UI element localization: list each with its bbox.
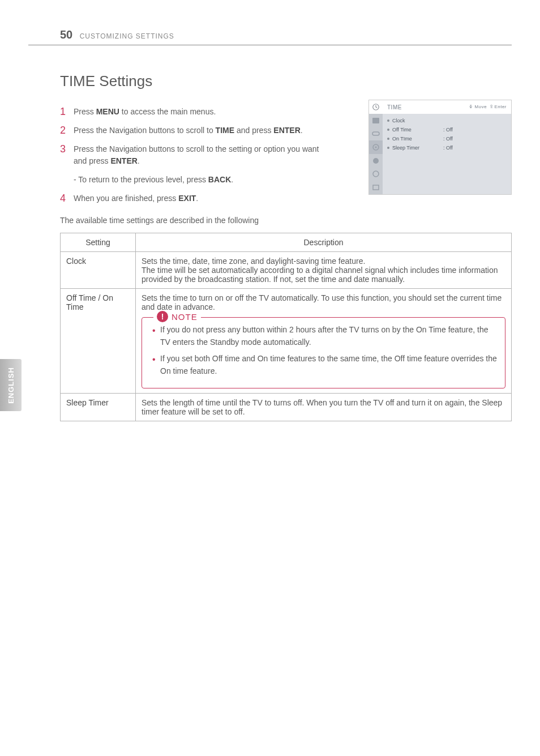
osd-title: TIME <box>387 104 466 110</box>
setting-sleep-name: Sleep Timer <box>61 393 136 421</box>
svg-point-5 <box>373 158 379 164</box>
step-3: 3 Press the Navigation buttons to scroll… <box>60 143 332 167</box>
option-icon <box>369 140 383 154</box>
osd-sidebar <box>369 100 383 194</box>
step-number: 1 <box>60 106 74 118</box>
note-box: ! NOTE If you do not press any button wi… <box>142 317 505 388</box>
setting-offon-name: Off Time / On Time <box>61 289 136 394</box>
step-2: 2 Press the Navigation buttons to scroll… <box>60 125 332 136</box>
step-text: Press the Navigation buttons to scroll t… <box>74 143 332 167</box>
table-row: Clock Sets the time, date, time zone, an… <box>61 252 512 289</box>
header-section: CUSTOMIZING SETTINGS <box>80 32 174 40</box>
note-item: If you set both Off time and On time fea… <box>152 352 497 378</box>
note-word: NOTE <box>172 312 198 322</box>
svg-point-4 <box>375 147 377 148</box>
osd-body: Clock Off Time: Off On TIme: Off Sleep T… <box>383 114 511 194</box>
setting-sleep-desc: Sets the length of time until the TV to … <box>136 393 512 421</box>
enter-hint: ꕉ Enter <box>490 104 507 110</box>
page-title: TIME Settings <box>60 72 512 90</box>
language-tab-label: ENGLISH <box>7 367 15 404</box>
svg-rect-1 <box>372 118 379 123</box>
note-label: ! NOTE <box>153 311 201 322</box>
table-row: Off Time / On Time Sets the time to turn… <box>61 289 512 394</box>
input-icon <box>369 168 383 181</box>
step-number: 2 <box>60 125 74 136</box>
col-setting: Setting <box>61 233 136 252</box>
step-text: Press the Navigation buttons to scroll t… <box>74 125 303 136</box>
audio-icon <box>369 127 383 140</box>
note-item: If you do not press any button within 2 … <box>152 323 497 349</box>
osd-titlebar: TIME ꔁ Move ꕉ Enter <box>383 100 511 114</box>
usb-icon <box>369 181 383 194</box>
setting-clock-name: Clock <box>61 252 136 289</box>
step-text: Press MENU to access the main menus. <box>74 106 216 118</box>
lock-icon <box>369 154 383 168</box>
osd-item: Off Time: Off <box>387 125 507 134</box>
bullet-icon <box>387 147 389 149</box>
svg-rect-2 <box>372 132 379 135</box>
clock-icon <box>369 100 383 114</box>
note-icon: ! <box>157 311 168 322</box>
step-number: 4 <box>60 193 74 204</box>
page-header: 50 CUSTOMIZING SETTINGS <box>28 28 512 45</box>
svg-point-6 <box>373 171 379 177</box>
step-text: When you are finished, press EXIT. <box>74 193 198 204</box>
osd-item: Clock <box>387 116 507 125</box>
page-number: 50 <box>60 28 72 41</box>
osd-item: Sleep Timer: Off <box>387 143 507 152</box>
setting-clock-desc: Sets the time, date, time zone, and dayl… <box>136 252 512 289</box>
col-description: Description <box>136 233 512 252</box>
svg-rect-7 <box>373 185 379 190</box>
table-row: Sleep Timer Sets the length of time unti… <box>61 393 512 421</box>
step-4: 4 When you are finished, press EXIT. <box>60 193 332 204</box>
bullet-icon <box>387 129 389 131</box>
step-1: 1 Press MENU to access the main menus. <box>60 106 332 118</box>
bullet-icon <box>387 138 389 140</box>
picture-icon <box>369 114 383 127</box>
bullet-icon <box>387 119 389 122</box>
step-number: 3 <box>60 143 74 155</box>
language-tab: ENGLISH <box>0 359 22 411</box>
move-hint: ꔁ Move <box>469 104 487 110</box>
setting-offon-desc: Sets the time to turn on or off the TV a… <box>136 289 512 394</box>
osd-menu-graphic: TIME ꔁ Move ꕉ Enter Clock Off Time: Off … <box>368 100 512 195</box>
osd-item: On TIme: Off <box>387 134 507 143</box>
table-intro: The available time settings are describe… <box>60 216 512 225</box>
settings-table: Setting Description Clock Sets the time,… <box>60 233 512 421</box>
